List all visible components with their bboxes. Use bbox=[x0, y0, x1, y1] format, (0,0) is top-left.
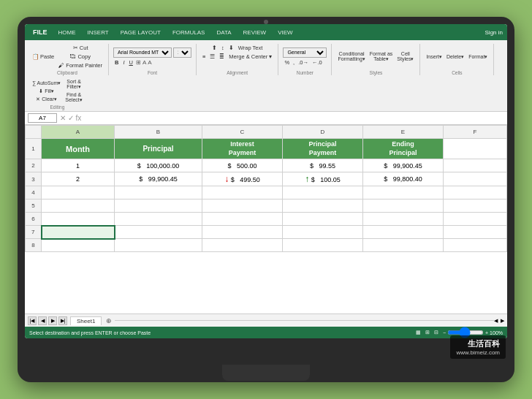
format-as-table-btn[interactable]: Format asTable▾ bbox=[368, 50, 395, 63]
cell-b4[interactable] bbox=[115, 186, 202, 200]
sheet-nav-prev[interactable]: ◀ bbox=[38, 316, 47, 325]
cell-a8[interactable] bbox=[42, 239, 115, 252]
tab-review[interactable]: REVIEW bbox=[240, 28, 270, 37]
cell-d6[interactable] bbox=[283, 213, 363, 226]
cell-a7[interactable] bbox=[42, 226, 115, 239]
scroll-right-btn[interactable]: ▶ bbox=[501, 318, 504, 324]
cell-c5[interactable] bbox=[202, 200, 283, 213]
sheet-nav-next[interactable]: ▶ bbox=[48, 316, 57, 325]
align-top-btn[interactable]: ⬆ bbox=[210, 44, 218, 52]
tab-home[interactable]: HOME bbox=[56, 28, 79, 37]
cell-b5[interactable] bbox=[115, 200, 202, 213]
underline-button[interactable]: U bbox=[127, 58, 134, 66]
cell-c7[interactable] bbox=[202, 226, 283, 239]
cell-f4[interactable] bbox=[444, 186, 507, 200]
align-center-btn[interactable]: ☰ bbox=[208, 53, 216, 61]
view-page-btn[interactable]: ⊟ bbox=[434, 330, 438, 335]
bold-button[interactable]: B bbox=[113, 58, 120, 66]
sheet-nav-last[interactable]: ▶| bbox=[58, 316, 67, 325]
cell-b2[interactable]: $ 100,000.00 bbox=[115, 159, 202, 172]
percent-btn[interactable]: % bbox=[283, 58, 291, 66]
cell-e6[interactable] bbox=[363, 213, 444, 226]
cell-e4[interactable] bbox=[363, 186, 444, 200]
header-month[interactable]: Month bbox=[42, 139, 115, 159]
cell-d2[interactable]: $ 99.55 bbox=[283, 159, 363, 172]
view-layout-btn[interactable]: ⊞ bbox=[425, 330, 430, 335]
cell-a5[interactable] bbox=[42, 200, 115, 213]
fill-btn[interactable]: ⬇ Fill▾ bbox=[31, 88, 62, 95]
cell-d3[interactable]: ↑ $ 100.05 bbox=[283, 172, 363, 186]
cell-f1[interactable] bbox=[444, 139, 507, 159]
align-middle-btn[interactable]: ↕ bbox=[220, 44, 226, 52]
cell-d4[interactable] bbox=[283, 186, 363, 200]
cell-f5[interactable] bbox=[444, 200, 507, 213]
cell-e5[interactable] bbox=[363, 200, 444, 213]
cell-d7[interactable] bbox=[283, 226, 363, 239]
cell-reference-input[interactable] bbox=[28, 113, 57, 123]
italic-button[interactable]: I bbox=[121, 58, 126, 66]
number-format-select[interactable]: General bbox=[283, 48, 327, 58]
tab-data[interactable]: DATA bbox=[213, 28, 234, 37]
align-right-btn[interactable]: ≣ bbox=[218, 53, 226, 61]
cell-e2[interactable]: $ 99,900.45 bbox=[363, 159, 444, 172]
cell-c4[interactable] bbox=[202, 186, 283, 200]
header-interest-payment[interactable]: InterestPayment bbox=[202, 139, 283, 159]
cell-e7[interactable] bbox=[363, 226, 444, 239]
cell-c2[interactable]: $ 500.00 bbox=[202, 159, 283, 172]
sheet-tab-1[interactable]: Sheet1 bbox=[70, 316, 102, 325]
cell-a3[interactable]: 2 bbox=[42, 172, 115, 186]
tab-insert[interactable]: INSERT bbox=[85, 28, 112, 37]
cell-b6[interactable] bbox=[115, 213, 202, 226]
file-button[interactable]: FILE bbox=[29, 28, 51, 37]
font-name-select[interactable]: Arial Rounded MT bbox=[113, 48, 172, 58]
zoom-slider[interactable] bbox=[447, 330, 484, 335]
tab-view[interactable]: VIEW bbox=[275, 28, 295, 37]
col-header-B[interactable]: B bbox=[115, 126, 202, 139]
cell-f2[interactable] bbox=[444, 159, 507, 172]
cell-e3[interactable]: $ 99,800.40 bbox=[363, 172, 444, 186]
font-color-btn[interactable]: A bbox=[148, 59, 151, 66]
align-left-btn[interactable]: ≡ bbox=[201, 53, 207, 61]
cell-c8[interactable] bbox=[202, 239, 283, 252]
cell-f3[interactable] bbox=[444, 172, 507, 186]
find-select-btn[interactable]: Find &Select▾ bbox=[64, 91, 83, 104]
col-header-F[interactable]: F bbox=[444, 126, 507, 139]
format-painter-button[interactable]: 🖌 Format Painter bbox=[57, 61, 104, 69]
view-normal-btn[interactable]: ▦ bbox=[416, 330, 421, 335]
col-header-D[interactable]: D bbox=[283, 126, 363, 139]
cell-d8[interactable] bbox=[283, 239, 363, 252]
format-btn[interactable]: Format▾ bbox=[467, 53, 489, 61]
align-bottom-btn[interactable]: ⬇ bbox=[227, 44, 235, 52]
col-header-E[interactable]: E bbox=[363, 126, 444, 139]
cell-f6[interactable] bbox=[444, 213, 507, 226]
header-principal[interactable]: Principal bbox=[115, 139, 202, 159]
paste-button[interactable]: 📋 Paste bbox=[31, 53, 56, 61]
conditional-formatting-btn[interactable]: ConditionalFormatting▾ bbox=[336, 50, 366, 63]
cell-d5[interactable] bbox=[283, 200, 363, 213]
cell-a2[interactable]: 1 bbox=[42, 159, 115, 172]
increase-decimal-btn[interactable]: .0→ bbox=[297, 58, 310, 66]
col-header-C[interactable]: C bbox=[202, 126, 283, 139]
copy-button[interactable]: ⿻ Copy bbox=[57, 53, 104, 61]
insert-btn[interactable]: Insert▾ bbox=[425, 53, 444, 61]
merge-center-btn[interactable]: Merge & Center ▾ bbox=[227, 53, 273, 61]
cell-styles-btn[interactable]: CellStyles▾ bbox=[395, 50, 415, 63]
cut-button[interactable]: ✂ Cut bbox=[57, 44, 104, 52]
header-principal-payment[interactable]: PrincipalPayment bbox=[283, 139, 363, 159]
cell-a6[interactable] bbox=[42, 213, 115, 226]
autosum-btn[interactable]: ∑ AutoSum▾ bbox=[31, 80, 62, 87]
scroll-left-btn[interactable]: ◀ bbox=[494, 318, 498, 324]
col-header-A[interactable]: A bbox=[42, 126, 115, 139]
fill-color-btn[interactable]: A bbox=[142, 59, 146, 66]
zoom-out-btn[interactable]: − bbox=[443, 330, 446, 335]
cell-b3[interactable]: $ 99,900.45 bbox=[115, 172, 202, 186]
sheet-nav-first[interactable]: |◀ bbox=[28, 316, 37, 325]
zoom-in-btn[interactable]: + bbox=[485, 330, 488, 335]
header-ending-principal[interactable]: EndingPrincipal bbox=[363, 139, 444, 159]
delete-btn[interactable]: Delete▾ bbox=[445, 53, 466, 61]
add-sheet-btn[interactable]: ⊕ bbox=[106, 317, 112, 324]
clear-btn[interactable]: ✕ Clear▾ bbox=[31, 96, 62, 103]
cell-f8[interactable] bbox=[444, 239, 507, 252]
tab-formulas[interactable]: FORMULAS bbox=[170, 28, 208, 37]
cell-f7[interactable] bbox=[444, 226, 507, 239]
